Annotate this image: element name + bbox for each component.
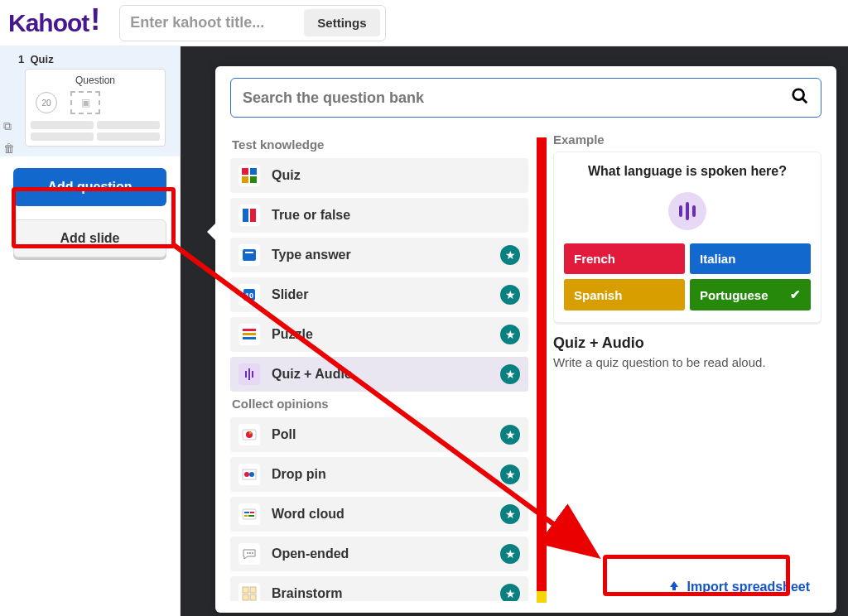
example-question: What language is spoken here? bbox=[564, 164, 811, 179]
svg-rect-16 bbox=[248, 368, 250, 380]
qtype-word-cloud[interactable]: Word cloud ★ bbox=[230, 497, 528, 532]
qtype-true-false[interactable]: True or false bbox=[230, 198, 528, 233]
example-answers: French Italian Spanish Portuguese✔ bbox=[564, 243, 811, 310]
thumb-time-limit: 20 bbox=[36, 92, 57, 113]
slide-thumbnail[interactable]: Question 20 ▣ bbox=[25, 69, 166, 147]
checkmark-icon: ✔ bbox=[790, 287, 801, 302]
svg-rect-8 bbox=[243, 249, 256, 261]
svg-point-28 bbox=[247, 552, 248, 554]
premium-star-icon: ★ bbox=[500, 464, 520, 484]
premium-star-icon: ★ bbox=[500, 504, 520, 524]
quiz-icon bbox=[238, 165, 260, 186]
import-spreadsheet-link[interactable]: Import spreadsheet bbox=[656, 573, 822, 601]
thumb-question-label: Question bbox=[31, 75, 160, 86]
svg-point-29 bbox=[249, 552, 251, 554]
qtype-quiz[interactable]: Quiz bbox=[230, 158, 528, 193]
example-card: What language is spoken here? French Ita… bbox=[553, 152, 822, 323]
qtype-label: Word cloud bbox=[272, 507, 344, 522]
open-ended-icon bbox=[238, 543, 260, 565]
premium-star-icon: ★ bbox=[500, 425, 520, 445]
poll-icon bbox=[238, 424, 260, 445]
qtype-label: Slider bbox=[272, 287, 308, 302]
svg-rect-9 bbox=[245, 252, 253, 253]
svg-rect-12 bbox=[243, 329, 256, 331]
qtype-brainstorm[interactable]: Brainstorm ★ bbox=[230, 576, 528, 601]
svg-rect-33 bbox=[243, 594, 248, 600]
svg-rect-31 bbox=[243, 587, 248, 593]
qtype-label: Drop pin bbox=[272, 467, 326, 482]
slider-icon: 10 bbox=[238, 284, 260, 306]
qtype-type-answer[interactable]: Type answer ★ bbox=[230, 238, 528, 272]
svg-rect-25 bbox=[250, 512, 254, 513]
brainstorm-icon bbox=[238, 583, 260, 601]
svg-rect-32 bbox=[250, 587, 256, 593]
svg-point-22 bbox=[249, 472, 254, 477]
qtype-puzzle[interactable]: Puzzle ★ bbox=[230, 317, 528, 352]
premium-star-icon: ★ bbox=[500, 245, 520, 265]
svg-rect-13 bbox=[243, 333, 256, 335]
premium-star-icon: ★ bbox=[500, 325, 520, 344]
svg-point-21 bbox=[244, 472, 249, 477]
slide-type: Quiz bbox=[30, 53, 53, 65]
qtype-label: Quiz bbox=[272, 168, 301, 183]
question-type-preview: Example What language is spoken here? Fr… bbox=[553, 132, 822, 601]
premium-star-icon: ★ bbox=[500, 285, 520, 305]
qtype-label: Poll bbox=[272, 427, 296, 442]
svg-rect-23 bbox=[243, 509, 256, 519]
premium-star-icon: ★ bbox=[500, 584, 520, 601]
question-type-list: Test knowledge Quiz True or false bbox=[230, 132, 528, 601]
preview-title: Quiz + Audio bbox=[553, 334, 822, 352]
svg-rect-2 bbox=[242, 168, 248, 175]
qtype-label: Open-ended bbox=[272, 546, 349, 561]
search-icon[interactable] bbox=[791, 87, 809, 109]
delete-slide-icon[interactable]: 🗑 bbox=[3, 142, 15, 155]
svg-rect-24 bbox=[244, 512, 249, 513]
qtype-open-ended[interactable]: Open-ended ★ bbox=[230, 537, 528, 571]
answer-option: French bbox=[564, 243, 685, 274]
qtype-quiz-audio[interactable]: Quiz + Audio ★ bbox=[230, 357, 528, 392]
import-label: Import spreadsheet bbox=[687, 580, 810, 594]
answer-option-correct: Portuguese✔ bbox=[690, 279, 811, 310]
qtype-label: Quiz + Audio bbox=[272, 367, 353, 382]
settings-button[interactable]: Settings bbox=[304, 9, 379, 36]
drop-pin-icon bbox=[238, 464, 260, 485]
svg-line-1 bbox=[802, 98, 807, 103]
search-box[interactable] bbox=[230, 78, 822, 118]
answer-option: Spanish bbox=[564, 279, 685, 310]
add-question-button[interactable]: Add question bbox=[13, 168, 166, 206]
thumb-answer-bars bbox=[31, 121, 160, 129]
premium-star-icon: ★ bbox=[500, 544, 520, 564]
word-cloud-icon bbox=[238, 503, 260, 525]
search-input[interactable] bbox=[243, 89, 791, 107]
svg-rect-27 bbox=[248, 515, 254, 517]
answer-option: Italian bbox=[690, 243, 811, 274]
svg-rect-14 bbox=[243, 337, 256, 339]
qtype-label: Type answer bbox=[272, 248, 351, 262]
example-label: Example bbox=[553, 132, 822, 147]
qtype-label: True or false bbox=[272, 208, 350, 223]
top-bar: Kahoot! Settings bbox=[0, 0, 848, 46]
logo-text: Kahoot bbox=[8, 9, 89, 37]
sidebar-actions: Add question Add slide bbox=[0, 156, 180, 269]
kahoot-title-input[interactable] bbox=[130, 14, 304, 31]
svg-point-0 bbox=[793, 89, 804, 99]
type-answer-icon bbox=[238, 244, 260, 266]
svg-rect-15 bbox=[245, 371, 247, 378]
svg-rect-5 bbox=[250, 176, 257, 183]
true-false-icon bbox=[238, 205, 260, 226]
question-type-panel: Test knowledge Quiz True or false bbox=[215, 66, 836, 613]
thumb-image-placeholder-icon: ▣ bbox=[70, 91, 100, 114]
svg-point-30 bbox=[252, 552, 253, 554]
qtype-slider[interactable]: 10 Slider ★ bbox=[230, 277, 528, 312]
upload-icon bbox=[667, 580, 681, 594]
qtype-drop-pin[interactable]: Drop pin ★ bbox=[230, 457, 528, 492]
premium-star-icon: ★ bbox=[500, 364, 520, 384]
duplicate-slide-icon[interactable]: ⧉ bbox=[3, 119, 15, 133]
title-group[interactable]: Settings bbox=[119, 5, 385, 41]
svg-rect-4 bbox=[242, 176, 248, 183]
qtype-poll[interactable]: Poll ★ bbox=[230, 417, 528, 452]
slide-index: 1 bbox=[18, 53, 24, 65]
audio-wave-icon bbox=[668, 192, 706, 230]
qtype-label: Brainstorm bbox=[272, 586, 342, 601]
add-slide-button[interactable]: Add slide bbox=[13, 219, 166, 257]
